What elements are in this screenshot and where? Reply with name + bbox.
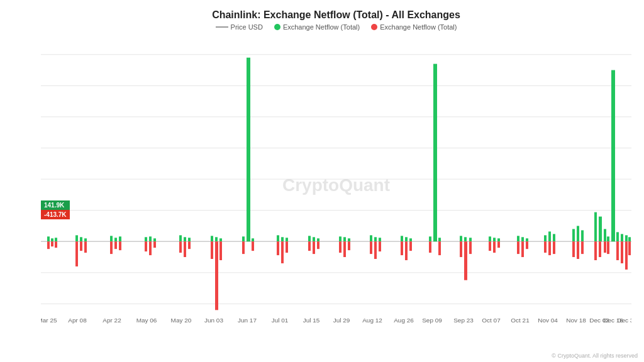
svg-rect-24 (55, 241, 57, 248)
svg-text:Nov 04: Nov 04 (538, 317, 558, 324)
svg-rect-103 (493, 238, 496, 241)
svg-rect-113 (544, 235, 547, 241)
svg-rect-107 (517, 236, 519, 241)
svg-rect-93 (438, 238, 441, 241)
svg-rect-132 (607, 241, 609, 254)
svg-rect-46 (184, 241, 186, 257)
svg-rect-141 (628, 241, 631, 255)
svg-rect-65 (286, 241, 288, 253)
red-dot-icon (371, 24, 377, 30)
svg-rect-101 (489, 236, 491, 241)
svg-rect-98 (464, 241, 467, 280)
svg-rect-32 (110, 241, 113, 254)
svg-rect-130 (604, 241, 606, 253)
svg-rect-87 (405, 241, 408, 260)
svg-rect-23 (55, 238, 57, 241)
tooltip-green-value: 141.9K (41, 200, 70, 210)
svg-rect-45 (184, 237, 186, 241)
svg-rect-54 (219, 241, 222, 260)
svg-rect-80 (374, 237, 377, 241)
svg-text:Nov 18: Nov 18 (566, 317, 586, 324)
svg-rect-27 (80, 237, 82, 241)
svg-rect-109 (521, 237, 524, 241)
svg-rect-90 (429, 236, 431, 241)
svg-rect-20 (47, 241, 50, 249)
svg-text:Apr 08: Apr 08 (68, 317, 87, 324)
green-dot-icon (274, 24, 280, 30)
svg-rect-100 (469, 241, 472, 254)
svg-rect-56 (242, 241, 245, 254)
svg-text:Sep 23: Sep 23 (453, 317, 474, 324)
svg-rect-135 (616, 241, 619, 260)
svg-rect-39 (149, 236, 152, 241)
svg-text:Sep 09: Sep 09 (422, 317, 442, 324)
tooltip-box: 141.9K -413.7K (41, 200, 70, 219)
svg-rect-95 (460, 236, 462, 241)
svg-rect-86 (405, 237, 408, 241)
svg-rect-26 (75, 241, 78, 266)
svg-text:Oct 07: Oct 07 (482, 317, 501, 324)
svg-rect-48 (188, 241, 191, 249)
svg-text:May 20: May 20 (171, 317, 192, 324)
svg-rect-96 (460, 241, 462, 257)
svg-text:Jul 01: Jul 01 (272, 317, 289, 324)
svg-rect-126 (594, 241, 597, 260)
svg-rect-139 (625, 241, 628, 270)
svg-text:May 06: May 06 (136, 317, 157, 324)
svg-rect-29 (84, 238, 87, 241)
svg-rect-74 (343, 237, 346, 241)
svg-rect-69 (313, 241, 315, 254)
svg-text:Mar 25: Mar 25 (41, 317, 57, 324)
chart-area: CryptoQuant 141.9K -413.7K 12M 10M 8M 6M… (41, 36, 631, 335)
svg-rect-82 (379, 238, 381, 241)
svg-rect-122 (577, 241, 579, 259)
svg-rect-81 (374, 241, 377, 259)
tooltip-red-value: -413.7K (41, 210, 70, 219)
svg-rect-44 (179, 241, 182, 253)
svg-rect-124 (581, 241, 584, 254)
svg-rect-28 (80, 241, 82, 251)
svg-rect-58 (252, 238, 254, 241)
svg-rect-59 (252, 241, 254, 251)
svg-rect-127 (599, 217, 602, 242)
svg-rect-34 (114, 241, 117, 249)
svg-rect-89 (409, 241, 412, 251)
svg-rect-120 (572, 241, 575, 257)
svg-rect-73 (339, 241, 341, 253)
svg-rect-52 (215, 241, 218, 310)
svg-rect-66 (308, 236, 311, 241)
legend-netflow-red: Exchange Netflow (Total) (371, 23, 457, 31)
svg-rect-133 (611, 70, 615, 242)
svg-rect-51 (215, 237, 218, 241)
svg-rect-70 (317, 238, 319, 241)
svg-text:Oct 21: Oct 21 (511, 317, 530, 324)
svg-rect-116 (548, 241, 551, 255)
svg-rect-49 (211, 236, 213, 241)
svg-rect-79 (370, 241, 372, 254)
svg-rect-63 (281, 241, 284, 263)
svg-rect-97 (464, 237, 467, 241)
chart-container: Chainlink: Exchange Netflow (Total) - Al… (0, 0, 644, 362)
svg-rect-43 (179, 235, 182, 241)
svg-rect-110 (521, 241, 524, 257)
svg-rect-136 (621, 234, 623, 241)
svg-text:Jul 15: Jul 15 (303, 317, 320, 324)
svg-rect-119 (572, 229, 575, 241)
svg-rect-68 (313, 237, 315, 241)
svg-text:Jun 17: Jun 17 (238, 317, 257, 324)
svg-text:Aug 12: Aug 12 (362, 317, 382, 324)
svg-rect-92 (433, 64, 437, 242)
svg-rect-129 (604, 229, 606, 241)
svg-rect-19 (47, 236, 50, 241)
legend-red-label: Exchange Netflow (Total) (380, 23, 457, 31)
svg-rect-138 (625, 235, 628, 241)
svg-rect-128 (599, 241, 601, 257)
legend-price-label: Price USD (231, 23, 263, 31)
svg-rect-88 (409, 238, 412, 241)
svg-rect-25 (75, 235, 78, 241)
svg-rect-50 (211, 241, 213, 259)
chart-title: Chainlink: Exchange Netflow (Total) - Al… (41, 9, 631, 21)
svg-rect-125 (594, 212, 597, 242)
price-line-icon (216, 26, 228, 28)
svg-rect-78 (370, 235, 372, 241)
